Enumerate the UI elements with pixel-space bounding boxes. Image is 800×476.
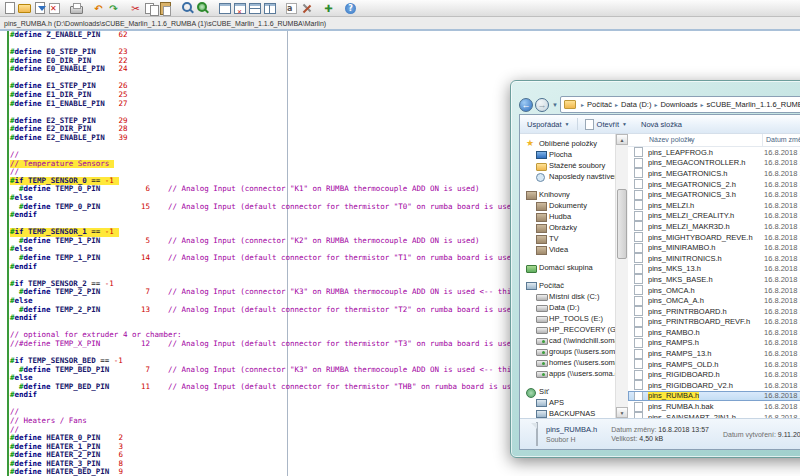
table-row[interactable]: pins_LEAPFROG.h16.8.2018 13:57: [628, 147, 800, 158]
file-tab[interactable]: pins_RUMBA.h (D:\Downloads\sCUBE_Marlin_…: [0, 20, 330, 27]
new-folder-button[interactable]: Nová složka: [634, 115, 689, 133]
sidebar-item-groups-users-soma-cz-[interactable]: groups (\\users.soma.cz): [526, 346, 615, 357]
breadcrumb-segment[interactable]: Downloads: [659, 100, 698, 109]
new-window-icon[interactable]: [217, 2, 232, 15]
organize-button[interactable]: Uspořádat ▼: [520, 115, 577, 133]
sidebar-item-videa[interactable]: Videa: [526, 244, 615, 255]
sidebar-item-naposledy-nav-t-ven-[interactable]: Naposledy navštívené: [526, 171, 615, 182]
sidebar-item-hp-recovery-g-[interactable]: HP_RECOVERY (G:): [526, 324, 615, 335]
breadcrumb-separator-icon[interactable]: ▸: [652, 101, 659, 108]
table-row[interactable]: pins_RUMBA.h16.8.2018 13:57: [628, 391, 800, 402]
sidebar-group-s-[interactable]: Síť: [526, 386, 615, 397]
breadcrumb-segment[interactable]: Počítač: [586, 100, 613, 109]
table-row[interactable]: pins_RAMPS_13.h16.8.2018 13:57: [628, 348, 800, 359]
sidebar-item-homes-users-soma-cz-[interactable]: homes (\\users.soma.cz): [526, 357, 615, 368]
table-row[interactable]: pins_MKS_13.h16.8.2018 13:57: [628, 264, 800, 275]
close-window-icon[interactable]: [232, 2, 247, 15]
navigation-scrollbar[interactable]: ▲ ▼: [615, 134, 628, 418]
tile-windows-horizontal-icon[interactable]: [247, 2, 262, 15]
code-line[interactable]: #define E0_STEP_PIN 23: [10, 48, 800, 57]
cut-icon[interactable]: [128, 2, 143, 15]
find-icon[interactable]: [180, 2, 195, 15]
font-icon[interactable]: [284, 2, 299, 15]
column-header-name[interactable]: Název položky ▲: [628, 134, 763, 146]
breadcrumb-separator-icon[interactable]: ▸: [613, 101, 620, 108]
tile-windows-vertical-icon[interactable]: [262, 2, 277, 15]
code-line[interactable]: #define Z_ENABLE_PIN 62: [10, 31, 800, 40]
code-line[interactable]: #define HEATER_3_PIN 8: [10, 460, 800, 469]
table-row[interactable]: pins_OMCA.h16.8.2018 13:57: [628, 285, 800, 296]
table-row[interactable]: pins_RUMBA.h.bak16.8.2018 13:57: [628, 401, 800, 412]
recent-pages-dropdown-icon[interactable]: ▼: [552, 102, 558, 108]
sidebar-item-dokumenty[interactable]: Dokumenty: [526, 200, 615, 211]
table-row[interactable]: pins_RIGIDBOARD_V2.h16.8.2018 13:57: [628, 380, 800, 391]
table-row[interactable]: pins_MINITRONICS.h16.8.2018 13:57: [628, 253, 800, 264]
sidebar-group-knihovny[interactable]: Knihovny: [526, 189, 615, 200]
explorer-title-bar[interactable]: [519, 81, 800, 95]
sidebar-item-sta-en-soubory[interactable]: Stažené soubory: [526, 160, 615, 171]
table-row[interactable]: pins_MELZI.h16.8.2018 13:57: [628, 200, 800, 211]
table-row[interactable]: pins_MKS_BASE.h16.8.2018 13:57: [628, 274, 800, 285]
code-line[interactable]: #define HEATER_BED_PIN 9: [10, 468, 800, 476]
table-row[interactable]: pins_RAMPS.h16.8.2018 13:57: [628, 338, 800, 349]
scroll-down-icon[interactable]: ▼: [616, 407, 628, 418]
code-line[interactable]: [10, 40, 800, 49]
code-line[interactable]: #define E0_DIR_PIN 22: [10, 57, 800, 66]
code-line[interactable]: #define E0_ENABLE_PIN 24: [10, 65, 800, 74]
table-row[interactable]: pins_PRINTRBOARD.h16.8.2018 13:57: [628, 306, 800, 317]
table-row[interactable]: pins_MEGATRONICS_2.h16.8.2018 13:57: [628, 179, 800, 190]
table-row[interactable]: pins_RAMPS_OLD.h16.8.2018 13:57: [628, 359, 800, 370]
sidebar-item-hudba[interactable]: Hudba: [526, 211, 615, 222]
table-row[interactable]: pins_MIGHTYBOARD_REVE.h16.8.2018 13:57: [628, 232, 800, 243]
back-button[interactable]: ←: [519, 98, 533, 112]
sidebar-item-hp-tools-e-[interactable]: HP_TOOLS (E:): [526, 313, 615, 324]
breadcrumb-separator-icon[interactable]: ▸: [579, 101, 586, 108]
paste-icon[interactable]: [158, 2, 173, 15]
table-row[interactable]: pins_OMCA_A.h16.8.2018 13:57: [628, 295, 800, 306]
breadcrumb[interactable]: ▸Počítač▸Data (D:)▸Downloads▸sCUBE_Marli…: [560, 96, 800, 113]
sidebar-item-plocha[interactable]: Plocha: [526, 149, 615, 160]
sidebar-item-m-stn-disk-c-[interactable]: Místní disk (C:): [526, 291, 615, 302]
sidebar-item-backupnas[interactable]: BACKUPNAS: [526, 408, 615, 418]
scroll-up-icon[interactable]: ▲: [616, 134, 628, 145]
breadcrumb-segment[interactable]: Data (D:): [620, 100, 652, 109]
table-row[interactable]: pins_RIGIDBOARD.h16.8.2018 13:57: [628, 369, 800, 380]
sidebar-item-aps[interactable]: APS: [526, 397, 615, 408]
settings-icon[interactable]: [299, 2, 314, 15]
new-file-icon[interactable]: [2, 2, 17, 15]
sidebar-group-obl-ben-polo-ky[interactable]: Oblíbené položky: [526, 138, 615, 149]
forward-button[interactable]: →: [535, 98, 549, 112]
redo-icon[interactable]: [106, 2, 121, 15]
column-headers: Název položky ▲ Datum změny: [628, 134, 800, 147]
table-row[interactable]: pins_MEGATRONICS.h16.8.2018 13:57: [628, 168, 800, 179]
sidebar-item-obr-zky[interactable]: Obrázky: [526, 222, 615, 233]
undo-icon[interactable]: [91, 2, 106, 15]
print-icon[interactable]: [69, 2, 84, 15]
table-row[interactable]: pins_SAINSMART_2IN1.h16.8.2018 13:57: [628, 412, 800, 418]
sidebar-item-cad-windchill-soma-cz-[interactable]: cad (\\windchill.soma.cz): [526, 335, 615, 346]
table-row[interactable]: pins_RAMBO.h16.8.2018 13:57: [628, 327, 800, 338]
find-in-files-icon[interactable]: [195, 2, 210, 15]
sidebar-group-po-ta-[interactable]: Počítač: [526, 280, 615, 291]
open-file-icon[interactable]: [17, 2, 32, 15]
table-row[interactable]: pins_PRINTRBOARD_REVF.h16.8.2018 13:57: [628, 317, 800, 328]
table-row[interactable]: pins_MELZI_CREALITY.h16.8.2018 13:57: [628, 211, 800, 222]
copy-icon[interactable]: [143, 2, 158, 15]
sidebar-item-data-d-[interactable]: Data (D:): [526, 302, 615, 313]
scrollbar-thumb[interactable]: [617, 189, 627, 259]
breadcrumb-segment[interactable]: sCUBE_Marlin_1.1.6_RUMBA (1): [706, 100, 800, 109]
open-button[interactable]: Otevřít ▼: [578, 115, 634, 133]
table-row[interactable]: pins_MELZI_MAKR3D.h16.8.2018 13:57: [628, 221, 800, 232]
help-icon[interactable]: [343, 2, 358, 15]
breadcrumb-separator-icon[interactable]: ▸: [699, 101, 706, 108]
close-file-icon[interactable]: [47, 2, 62, 15]
column-header-date[interactable]: Datum změny: [763, 134, 800, 146]
save-file-icon[interactable]: [32, 2, 47, 15]
table-row[interactable]: pins_MEGACONTROLLER.h16.8.2018 13:57: [628, 158, 800, 169]
plugin-icon[interactable]: [321, 2, 336, 15]
sidebar-item-tv[interactable]: TV: [526, 233, 615, 244]
sidebar-item-apps-users-soma-cz-z[interactable]: apps (\\users.soma.cz) (Z: [526, 368, 615, 379]
table-row[interactable]: pins_MINIRAMBO.h16.8.2018 13:57: [628, 242, 800, 253]
table-row[interactable]: pins_MEGATRONICS_3.h16.8.2018 13:57: [628, 189, 800, 200]
sidebar-group-dom-c-skupina[interactable]: Domácí skupina: [526, 262, 615, 273]
